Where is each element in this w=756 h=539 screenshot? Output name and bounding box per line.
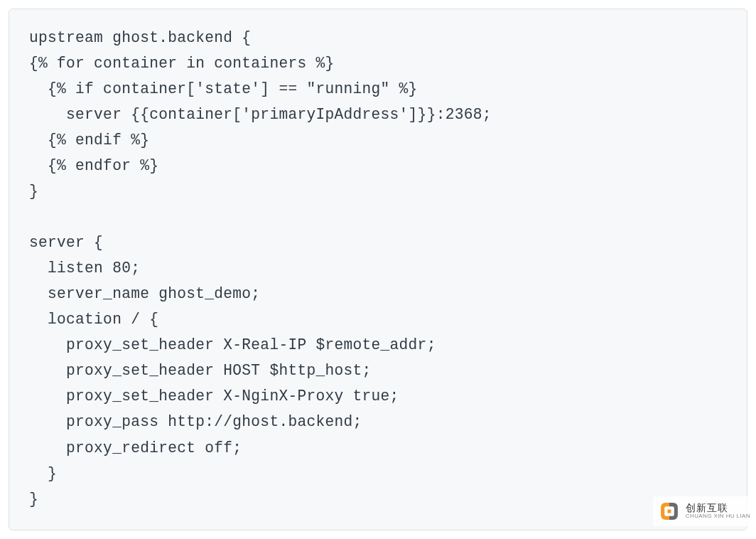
watermark-text: 创新互联 CHUANG XIN HU LIAN xyxy=(686,503,750,519)
watermark-cn: 创新互联 xyxy=(686,503,750,513)
watermark-logo-icon xyxy=(657,499,681,523)
watermark-en: CHUANG XIN HU LIAN xyxy=(686,513,750,519)
watermark: 创新互联 CHUANG XIN HU LIAN xyxy=(653,496,756,526)
code-content[interactable]: upstream ghost.backend { {% for containe… xyxy=(29,25,727,512)
svg-rect-0 xyxy=(667,509,671,513)
code-block: upstream ghost.backend { {% for containe… xyxy=(9,9,747,530)
